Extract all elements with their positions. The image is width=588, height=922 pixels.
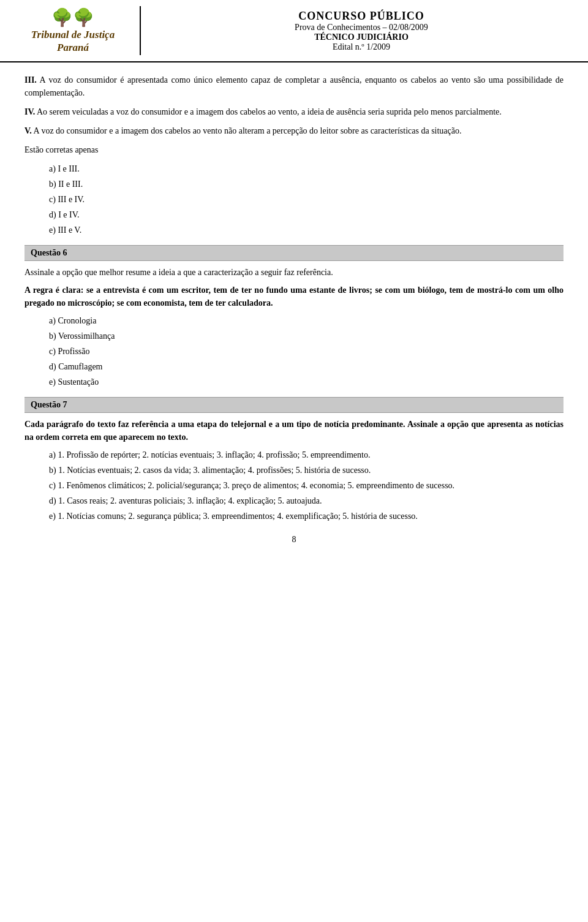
questao7-body1: Cada parágrafo do texto faz referência a…	[24, 420, 405, 429]
option-q5-e: e) III e V.	[49, 224, 564, 236]
option-q5-d-key: d)	[49, 210, 56, 219]
questao6-body: A regra é clara: se a entrevista é com u…	[24, 284, 564, 309]
questao6-header: Questão 6	[24, 245, 564, 261]
option-q7-a-key: a)	[49, 450, 56, 459]
cargo-title: TÉCNICO JUDICIÁRIO	[153, 32, 570, 42]
option-q5-b-text: II e III.	[58, 179, 83, 189]
option-q7-e: e) 1. Notícias comuns; 2. segurança públ…	[49, 510, 564, 523]
option-q6-b-text: Verossimilhança	[58, 331, 115, 341]
option-q6-e-text: Sustentação	[58, 377, 99, 387]
page-number: 8	[24, 535, 564, 545]
options-q6-list: a) Cronologia b) Verossimilhança c) Prof…	[49, 314, 564, 388]
estao-corretas-text: Estão corretas apenas	[24, 143, 564, 156]
option-q6-a-text: Cronologia	[58, 316, 96, 325]
option-q7-b-text: 1. Notícias eventuais; 2. casos da vida;…	[58, 466, 371, 475]
option-q7-c: c) 1. Fenômenos climáticos; 2. policial/…	[49, 479, 564, 492]
item-IV-label: IV.	[24, 107, 35, 116]
logo-trees-icon: 🌳🌳	[31, 7, 115, 28]
option-q6-b: b) Verossimilhança	[49, 330, 564, 342]
header-info: CONCURSO PÚBLICO Prova de Conhecimentos …	[153, 10, 570, 52]
option-q7-e-key: e)	[49, 512, 56, 521]
option-q5-e-text: III e V.	[58, 225, 81, 235]
logo-main-text: Tribunal de Justiça Paraná	[31, 29, 115, 54]
option-q7-e-text: 1. Notícias comuns; 2. segurança pública…	[58, 512, 417, 521]
option-q5-c-key: c)	[49, 195, 56, 204]
questao6-intro: Assinale a opção que melhor resume a ide…	[24, 266, 564, 279]
item-III-paragraph: III. A voz do consumidor é apresentada c…	[24, 74, 564, 99]
option-q7-a-text: 1. Profissão de repórter; 2. notícias ev…	[58, 450, 370, 459]
option-q7-d-text: 1. Casos reais; 2. aventuras policiais; …	[58, 496, 322, 505]
item-V-text: A voz do consumidor e a imagem dos cabel…	[34, 126, 462, 135]
item-IV-paragraph: IV. Ao serem veiculadas a voz do consumi…	[24, 105, 564, 118]
option-q5-a-key: a)	[49, 164, 56, 173]
main-content: III. A voz do consumidor é apresentada c…	[0, 62, 588, 563]
option-q5-b: b) II e III.	[49, 178, 564, 191]
item-V-label: V.	[24, 126, 32, 135]
option-q6-a: a) Cronologia	[49, 314, 564, 327]
option-q7-c-text: 1. Fenômenos climáticos; 2. policial/seg…	[58, 481, 454, 490]
item-V-paragraph: V. A voz do consumidor e a imagem dos ca…	[24, 124, 564, 137]
option-q7-d-key: d)	[49, 496, 56, 505]
prova-subtitle: Prova de Conhecimentos – 02/08/2009	[153, 23, 570, 32]
page: 🌳🌳 Tribunal de Justiça Paraná CONCURSO P…	[0, 0, 588, 922]
page-header: 🌳🌳 Tribunal de Justiça Paraná CONCURSO P…	[0, 0, 588, 62]
option-q5-a-text: I e III.	[58, 164, 79, 173]
option-q6-a-key: a)	[49, 316, 56, 325]
option-q5-e-key: e)	[49, 225, 56, 235]
option-q5-c: c) III e IV.	[49, 193, 564, 206]
edital-number: Edital n.º 1/2009	[153, 42, 570, 52]
option-q5-a: a) I e III.	[49, 162, 564, 175]
option-q6-e-key: e)	[49, 377, 56, 387]
questao7-body: Cada parágrafo do texto faz referência a…	[24, 418, 564, 444]
item-III-text: A voz do consumidor é apresentada como ú…	[24, 75, 564, 97]
option-q7-a: a) 1. Profissão de repórter; 2. notícias…	[49, 448, 564, 461]
option-q6-b-key: b)	[49, 331, 56, 341]
option-q5-b-key: b)	[49, 179, 56, 189]
logo-text: 🌳🌳 Tribunal de Justiça Paraná	[31, 7, 115, 54]
option-q6-d: d) Camuflagem	[49, 360, 564, 373]
option-q6-e: e) Sustentação	[49, 376, 564, 388]
concurso-title: CONCURSO PÚBLICO	[153, 10, 570, 23]
logo-section: 🌳🌳 Tribunal de Justiça Paraná	[18, 6, 141, 55]
options-q7-list: a) 1. Profissão de repórter; 2. notícias…	[49, 448, 564, 523]
option-q5-c-text: III e IV.	[58, 195, 85, 204]
option-q7-b: b) 1. Notícias eventuais; 2. casos da vi…	[49, 464, 564, 477]
option-q5-d: d) I e IV.	[49, 208, 564, 221]
option-q6-c: c) Profissão	[49, 345, 564, 358]
item-IV-text: Ao serem veiculadas a voz do consumidor …	[37, 107, 502, 116]
option-q6-c-text: Profissão	[58, 347, 89, 356]
option-q7-d: d) 1. Casos reais; 2. aventuras policiai…	[49, 494, 564, 507]
options-q5-list: a) I e III. b) II e III. c) III e IV. d)…	[49, 162, 564, 236]
option-q7-b-key: b)	[49, 466, 56, 475]
questao7-header: Questão 7	[24, 397, 564, 413]
option-q6-d-text: Camuflagem	[58, 362, 102, 371]
option-q6-d-key: d)	[49, 362, 56, 371]
item-III-label: III.	[24, 75, 37, 85]
option-q5-d-text: I e IV.	[58, 210, 79, 219]
option-q6-c-key: c)	[49, 347, 56, 356]
option-q7-c-key: c)	[49, 481, 56, 490]
